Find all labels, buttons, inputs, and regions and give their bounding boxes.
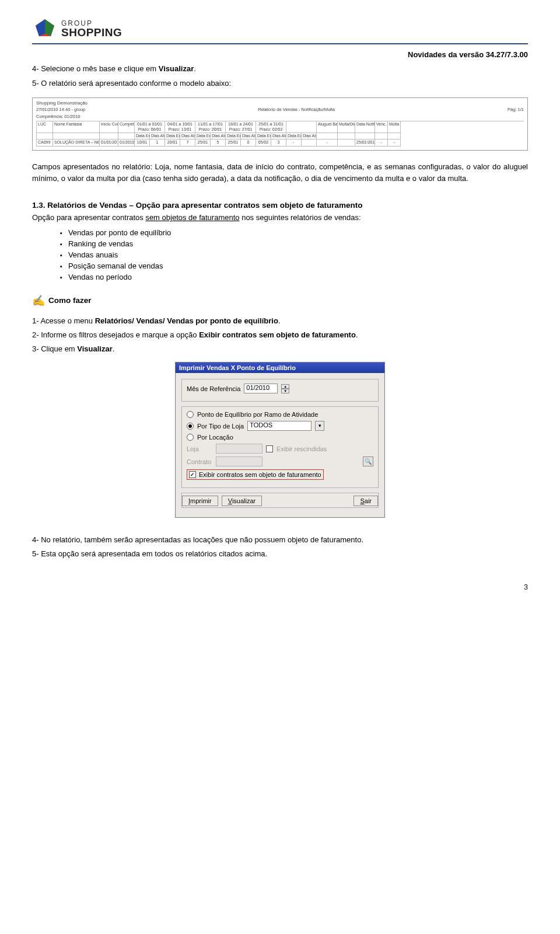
imprimir-button[interactable]: Imprimir — [182, 496, 218, 506]
chevron-down-icon[interactable]: ▼ — [281, 389, 289, 393]
tipo-loja-select[interactable]: TODOS — [247, 421, 312, 431]
report-meta-right: Pág: 1/1 — [508, 107, 524, 112]
report-competencia: Competência: 01/2010 — [36, 114, 524, 119]
list-item: Ranking de vendas — [60, 238, 528, 249]
closing-5: 5- Esta opção será apresentada em todos … — [32, 548, 528, 560]
binoculars-icon[interactable]: 🔍 — [363, 456, 373, 466]
report-preview: Shopping Demonstração 27/01/2010 14:40 -… — [32, 97, 528, 151]
bullet-list: Vendas por ponto de equilíbrio Ranking d… — [32, 227, 528, 283]
highlight-sem-objeto: Exibir contratos sem objeto de faturamen… — [187, 469, 324, 480]
writing-hand-icon: ✍ — [32, 294, 45, 307]
logo-text-shopping: SHOPPING — [61, 27, 122, 38]
list-item: Posição semanal de vendas — [60, 260, 528, 271]
loja-field — [216, 444, 262, 454]
step-1: 1- Acesse o menu Relatórios/ Vendas/ Ven… — [32, 315, 528, 327]
visualizar-button[interactable]: Visualizar — [222, 496, 262, 506]
list-item: Vendas anuais — [60, 249, 528, 260]
chevron-up-icon[interactable]: ▲ — [281, 384, 289, 389]
print-dialog: Imprimir Vendas X Ponto de Equilíbrio Mê… — [175, 362, 385, 518]
header: GROUP SHOPPING — [32, 18, 528, 40]
closing-4: 4- No relatório, também serão apresentad… — [32, 534, 528, 546]
logo-text-group: GROUP — [61, 20, 122, 27]
dialog-title: Imprimir Vendas X Ponto de Equilíbrio — [176, 363, 384, 373]
intro-line-5: 5- O relatório será apresentado conforme… — [32, 78, 528, 89]
loja-label: Loja — [187, 445, 212, 452]
mes-label: Mês de Referência — [187, 385, 240, 392]
radio-tipo-loja[interactable] — [187, 423, 194, 430]
table-row: CA099 — [37, 140, 53, 146]
logo: GROUP SHOPPING — [32, 18, 122, 40]
como-fazer-heading: ✍ Como fazer — [32, 294, 528, 307]
contrato-field — [216, 456, 262, 466]
report-table: LUC Nome Fantasia Início Contrato Compet… — [36, 121, 524, 147]
version-label: Novidades da versão 34.27/7.3.00 — [32, 50, 528, 59]
step-2: 2- Informe os filtros desejados e marque… — [32, 329, 528, 341]
list-item: Vendas por ponto de equilíbrio — [60, 227, 528, 238]
report-meta-left: 27/01/2010 14:40 - group — [36, 107, 85, 112]
section-1-3-desc: Opção para apresentar contratos sem obje… — [32, 212, 528, 224]
header-divider — [32, 43, 528, 44]
sair-button[interactable]: Sair — [354, 496, 378, 506]
step-3: 3- Clique em Visualizar. — [32, 343, 528, 355]
section-1-3-heading: 1.3. Relatórios de Vendas – Opção para a… — [32, 201, 528, 210]
page-number: 3 — [32, 583, 528, 591]
check-sem-objeto[interactable] — [189, 471, 196, 478]
report-shop: Shopping Demonstração — [36, 100, 524, 106]
campos-paragraph: Campos apresentados no relatório: Loja, … — [32, 161, 528, 184]
report-meta-center: Relatório de Vendas - Notificação/Multa — [258, 107, 335, 112]
check-rescindidas[interactable] — [266, 445, 273, 452]
select-chevron-down-icon[interactable]: ▼ — [315, 421, 324, 431]
radio-ramo[interactable] — [187, 411, 194, 418]
contrato-label: Contrato — [187, 458, 212, 465]
list-item: Vendas no período — [60, 271, 528, 283]
mes-field[interactable]: 01/2010 — [244, 384, 278, 393]
intro-line-4: 4- Selecione o mês base e clique em Visu… — [32, 64, 528, 75]
mes-spinner[interactable]: ▲ ▼ — [281, 384, 289, 393]
logo-mark-icon — [32, 18, 58, 40]
radio-locacao[interactable] — [187, 434, 194, 441]
